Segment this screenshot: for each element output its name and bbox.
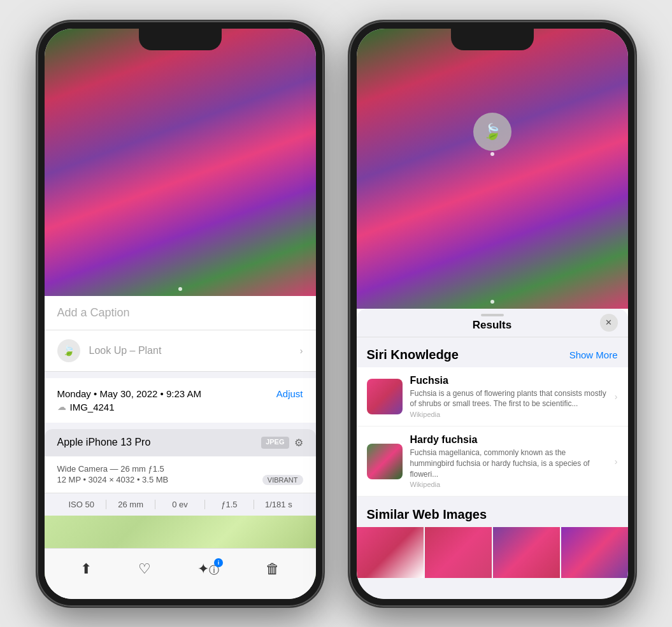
lookup-icon: 🍃 [57,339,80,362]
filename-row: ☁ IMG_4241 [57,402,303,412]
phone-toolbar: ⬆ ♡ ✦ⓘ i 🗑 [45,548,316,599]
fuchsia-source: Wikipedia [410,411,607,418]
adjust-button[interactable]: Adjust [276,388,303,399]
hardy-chevron-icon: › [615,456,618,467]
exif-aperture: ƒ1.5 [205,500,254,509]
similar-images-title: Similar Web Images [367,507,487,521]
drag-handle [481,314,504,316]
results-title: Results [473,319,511,332]
exif-row: ISO 50 26 mm 0 ev ƒ1.5 1/181 s [45,493,316,516]
hardy-description: Fuchsia magellanica, commonly known as t… [410,447,607,479]
cloud-icon: ☁ [57,402,66,412]
flower-photo-right[interactable]: 🍃 [357,29,628,309]
info-badge: i [214,558,223,567]
fuchsia-description: Fuchsia is a genus of flowering plants t… [410,388,607,410]
siri-knowledge-header: Siri Knowledge Show More [357,337,628,367]
hardy-text: Hardy fuchsia Fuchsia magellanica, commo… [410,434,607,488]
format-badge: JPEG [261,437,289,449]
results-header: Results ✕ [357,309,628,337]
hardy-name: Hardy fuchsia [410,434,607,446]
left-phone-screen: Add a Caption 🍃 Look Up – Plant › Monday [45,29,316,599]
left-phone: Add a Caption 🍃 Look Up – Plant › Monday [37,21,324,607]
right-phone: 🍃 Results ✕ Siri Know [349,21,636,607]
exif-ev: 0 ev [155,500,204,509]
lookup-chevron-icon: › [300,346,303,356]
device-row: Apple iPhone 13 Pro JPEG ⚙ [45,429,316,456]
hardy-source: Wikipedia [410,481,607,488]
show-more-button[interactable]: Show More [569,349,618,360]
caption-area[interactable]: Add a Caption [45,296,316,330]
device-name: Apple iPhone 13 Pro [57,437,151,448]
lookup-label: Look Up – Plant [89,345,162,356]
knowledge-item-hardy[interactable]: Hardy fuchsia Fuchsia magellanica, commo… [357,426,628,497]
camera-specs: Wide Camera — 26 mm ƒ1.5 12 MP • 3024 × … [45,456,316,493]
close-button[interactable]: ✕ [600,314,618,332]
hardy-thumbnail [367,444,403,479]
similar-image-4[interactable] [561,527,628,578]
similar-image-3[interactable] [493,527,560,578]
exif-iso: ISO 50 [57,500,106,509]
trash-button[interactable]: 🗑 [266,561,280,577]
fuchsia-chevron-icon: › [615,391,618,402]
results-content: Siri Knowledge Show More Fuchsia Fuchsia… [357,337,628,599]
heart-button[interactable]: ♡ [138,561,151,577]
camera-spec-2: 12 MP • 3024 × 4032 • 3.5 MB VIBRANT [57,475,303,485]
knowledge-card: Fuchsia Fuchsia is a genus of flowering … [357,367,628,497]
caption-placeholder[interactable]: Add a Caption [57,306,130,319]
right-notch [451,29,534,50]
exif-shutter: 1/181 s [254,500,303,509]
siri-dot [490,152,494,156]
phones-container: Add a Caption 🍃 Look Up – Plant › Monday [37,21,636,607]
settings-icon: ⚙ [294,437,303,449]
date-text: Monday • May 30, 2022 • 9:23 AM [57,388,201,399]
format-badges: JPEG ⚙ [261,437,303,449]
siri-knowledge-title: Siri Knowledge [367,348,459,362]
similar-images-grid [357,527,628,578]
share-button[interactable]: ⬆ [80,561,92,577]
vibrant-badge: VIBRANT [262,475,303,485]
knowledge-item-fuchsia[interactable]: Fuchsia Fuchsia is a genus of flowering … [357,367,628,427]
siri-visual-badge: 🍃 [473,113,511,151]
flower-photo-left[interactable] [45,29,316,296]
similar-image-2[interactable] [425,527,492,578]
filename: IMG_4241 [70,402,115,412]
date-row: Monday • May 30, 2022 • 9:23 AM Adjust [57,388,303,399]
device-section: Apple iPhone 13 Pro JPEG ⚙ Wide Camera —… [45,429,316,516]
fuchsia-thumbnail [367,379,403,414]
camera-spec-1: Wide Camera — 26 mm ƒ1.5 [57,464,303,474]
right-phone-screen: 🍃 Results ✕ Siri Know [357,29,628,599]
fuchsia-text: Fuchsia Fuchsia is a genus of flowering … [410,375,607,419]
photo-info-section: Monday • May 30, 2022 • 9:23 AM Adjust ☁… [45,378,316,423]
exif-focal: 26 mm [106,500,155,509]
results-panel: Results ✕ Siri Knowledge Show More [357,309,628,599]
info-button[interactable]: ✦ⓘ i [197,561,219,577]
similar-images-header: Similar Web Images [357,497,628,527]
fuchsia-name: Fuchsia [410,375,607,386]
left-notch [139,29,222,50]
lookup-row[interactable]: 🍃 Look Up – Plant › [45,330,316,372]
similar-image-1[interactable] [357,527,424,578]
